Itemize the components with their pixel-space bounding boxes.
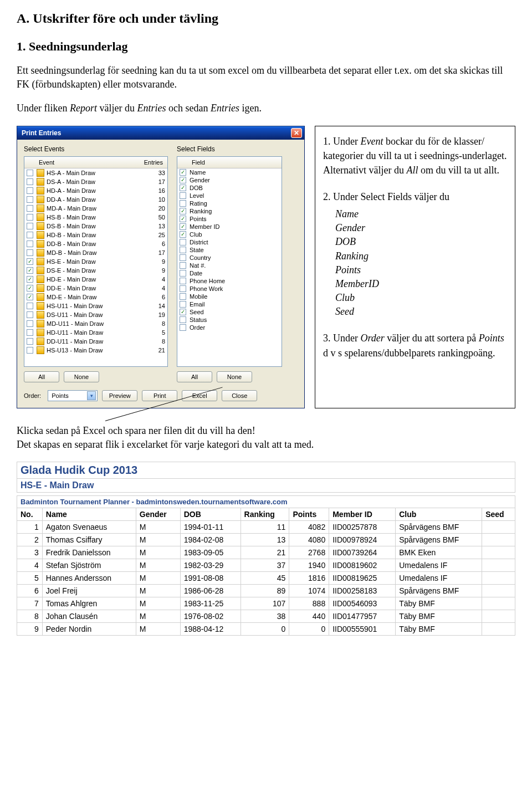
event-row[interactable]: DS-B - Main Draw13 [24, 222, 167, 231]
checkbox-icon[interactable] [180, 316, 186, 323]
checkbox-icon[interactable] [27, 170, 33, 176]
checkbox-icon[interactable] [180, 324, 186, 331]
field-row[interactable]: ✓Seed [177, 308, 282, 316]
fields-listbox[interactable]: Field ✓Name✓Gender✓DOBLevelRating✓Rankin… [177, 156, 282, 367]
checkbox-icon[interactable] [180, 239, 186, 245]
event-row[interactable]: HS-U11 - Main Draw14 [24, 301, 167, 310]
checkbox-icon[interactable] [27, 311, 33, 318]
event-row[interactable]: HS-B - Main Draw50 [24, 213, 167, 222]
chevron-down-icon[interactable]: ▾ [87, 391, 96, 400]
checkbox-icon[interactable] [27, 223, 33, 229]
field-row[interactable]: District [177, 238, 282, 246]
close-button[interactable]: Close [222, 390, 257, 401]
print-button[interactable]: Print [142, 390, 177, 401]
checkbox-icon[interactable] [27, 347, 33, 354]
event-name: DD-U11 - Main Draw [47, 338, 141, 345]
field-row[interactable]: ✓Club [177, 231, 282, 238]
checkbox-icon[interactable]: ✓ [27, 258, 33, 265]
field-row[interactable]: Phone Work [177, 285, 282, 293]
field-row[interactable]: Level [177, 192, 282, 200]
event-row[interactable]: DS-U11 - Main Draw19 [24, 310, 167, 319]
event-row[interactable]: HD-B - Main Draw25 [24, 231, 167, 239]
field-row[interactable]: ✓Ranking [177, 207, 282, 215]
event-row[interactable]: DS-A - Main Draw17 [24, 177, 167, 186]
field-row[interactable]: ✓DOB [177, 184, 282, 192]
field-row[interactable]: ✓Member ID [177, 223, 282, 231]
event-row[interactable]: ✓HD-E - Main Draw4 [24, 275, 167, 284]
checkbox-icon[interactable] [27, 329, 33, 336]
field-row[interactable]: Email [177, 300, 282, 308]
checkbox-icon[interactable]: ✓ [27, 267, 33, 274]
checkbox-icon[interactable]: ✓ [180, 208, 186, 214]
event-row[interactable]: ✓MD-E - Main Draw6 [24, 293, 167, 301]
event-row[interactable]: HS-A - Main Draw33 [24, 168, 167, 177]
checkbox-icon[interactable] [27, 205, 33, 212]
checkbox-icon[interactable] [180, 262, 186, 269]
event-row[interactable]: HS-U13 - Main Draw21 [24, 346, 167, 355]
field-row[interactable]: Rating [177, 200, 282, 207]
preview-button[interactable]: Preview [102, 390, 137, 401]
checkbox-icon[interactable] [27, 249, 33, 256]
checkbox-icon[interactable]: ✓ [27, 285, 33, 291]
checkbox-icon[interactable]: ✓ [180, 169, 186, 176]
field-row[interactable]: ✓Name [177, 168, 282, 176]
checkbox-icon[interactable] [27, 178, 33, 185]
checkbox-icon[interactable] [27, 320, 33, 327]
events-all-button[interactable]: All [24, 371, 59, 382]
event-row[interactable]: DD-A - Main Draw10 [24, 195, 167, 204]
field-row[interactable]: Phone Home [177, 277, 282, 285]
field-row[interactable]: ✓Gender [177, 176, 282, 184]
checkbox-icon[interactable] [27, 241, 33, 247]
checkbox-icon[interactable]: ✓ [180, 231, 186, 238]
checkbox-icon[interactable] [180, 200, 186, 207]
checkbox-icon[interactable] [180, 254, 186, 261]
checkbox-icon[interactable] [27, 187, 33, 194]
checkbox-icon[interactable]: ✓ [180, 185, 186, 191]
dialog-titlebar[interactable]: Print Entries ✕ [17, 126, 304, 140]
checkbox-icon[interactable] [180, 270, 186, 277]
checkbox-icon[interactable] [27, 232, 33, 238]
events-listbox[interactable]: Event Entries HS-A - Main Draw33DS-A - M… [24, 156, 168, 367]
checkbox-icon[interactable]: ✓ [27, 276, 33, 283]
checkbox-icon[interactable] [180, 293, 186, 300]
event-row[interactable]: MD-B - Main Draw17 [24, 248, 167, 257]
draw-icon [37, 178, 44, 186]
checkbox-icon[interactable] [180, 301, 186, 308]
event-row[interactable]: MD-U11 - Main Draw8 [24, 319, 167, 328]
field-row[interactable]: Nat #. [177, 262, 282, 269]
excel-button[interactable]: Excel [182, 390, 217, 401]
checkbox-icon[interactable] [27, 214, 33, 221]
event-row[interactable]: HD-A - Main Draw16 [24, 186, 167, 195]
field-row[interactable]: Date [177, 269, 282, 277]
fields-none-button[interactable]: None [217, 371, 252, 382]
field-row[interactable]: Status [177, 316, 282, 324]
field-row[interactable]: Order [177, 324, 282, 331]
event-row[interactable]: ✓DD-E - Main Draw4 [24, 284, 167, 293]
checkbox-icon[interactable]: ✓ [27, 294, 33, 300]
event-row[interactable]: HD-U11 - Main Draw5 [24, 328, 167, 337]
close-icon[interactable]: ✕ [291, 128, 302, 138]
checkbox-icon[interactable] [180, 285, 186, 292]
field-row[interactable]: Country [177, 254, 282, 262]
checkbox-icon[interactable] [180, 278, 186, 284]
events-none-button[interactable]: None [64, 371, 99, 382]
field-row[interactable]: ✓Points [177, 215, 282, 223]
event-row[interactable]: DD-U11 - Main Draw8 [24, 337, 167, 346]
checkbox-icon[interactable]: ✓ [180, 223, 186, 230]
event-row[interactable]: ✓DS-E - Main Draw9 [24, 266, 167, 275]
checkbox-icon[interactable]: ✓ [180, 177, 186, 183]
checkbox-icon[interactable] [180, 247, 186, 253]
checkbox-icon[interactable]: ✓ [180, 309, 186, 315]
event-row[interactable]: DD-B - Main Draw6 [24, 239, 167, 248]
checkbox-icon[interactable] [180, 192, 186, 199]
checkbox-icon[interactable] [27, 338, 33, 345]
order-combobox[interactable]: Points ▾ [48, 390, 98, 401]
event-row[interactable]: ✓HS-E - Main Draw9 [24, 257, 167, 266]
field-row[interactable]: State [177, 246, 282, 254]
event-row[interactable]: MD-A - Main Draw20 [24, 204, 167, 213]
checkbox-icon[interactable]: ✓ [180, 216, 186, 222]
fields-all-button[interactable]: All [177, 371, 212, 382]
field-row[interactable]: Mobile [177, 293, 282, 300]
checkbox-icon[interactable] [27, 196, 33, 203]
checkbox-icon[interactable] [27, 303, 33, 309]
